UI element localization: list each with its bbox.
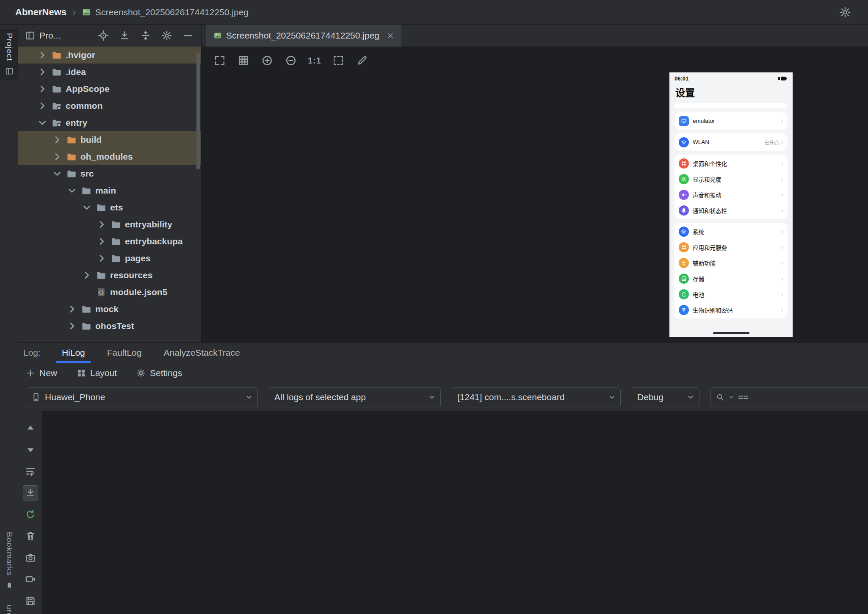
arrow-up-button[interactable] xyxy=(23,420,38,436)
close-tab-icon[interactable]: ✕ xyxy=(387,31,394,41)
tree-item-src[interactable]: src xyxy=(18,165,201,182)
tree-item-build[interactable]: build xyxy=(18,131,201,148)
settings-item-biometrics-password[interactable]: 生物识别和密码› xyxy=(674,302,788,318)
chevron-right-icon[interactable] xyxy=(37,100,48,111)
settings-gear-icon[interactable] xyxy=(839,6,851,18)
log-output[interactable] xyxy=(42,411,868,614)
locate-icon[interactable] xyxy=(98,30,109,41)
folder-icon xyxy=(96,202,107,213)
scroll-end-button[interactable] xyxy=(23,485,38,501)
zoom-out-icon[interactable] xyxy=(284,53,298,68)
tree-item-pages[interactable]: pages xyxy=(18,250,201,267)
settings-item-emulator[interactable]: emulator› xyxy=(674,113,788,129)
tree-item--idea[interactable]: .idea xyxy=(18,64,201,80)
process-selector[interactable]: [1241] com....s.sceneboard xyxy=(452,387,621,407)
settings-item-sound-vibration[interactable]: 声音和振动› xyxy=(674,187,788,202)
editor-tab[interactable]: Screenshot_20250626174412250.jpeg ✕ xyxy=(206,25,401,47)
new-button[interactable]: New xyxy=(26,368,57,378)
settings-item-wlan[interactable]: WLAN已开启› xyxy=(674,134,788,150)
chevron-right-icon[interactable] xyxy=(96,219,107,230)
chevron-right-icon[interactable] xyxy=(96,253,107,264)
chevron-right-icon[interactable] xyxy=(66,321,77,332)
collapse-all-icon[interactable] xyxy=(140,30,151,41)
tree-item-entry[interactable]: entry xyxy=(18,114,201,131)
settings-button[interactable]: Settings xyxy=(136,368,182,378)
chevron-right-icon[interactable] xyxy=(81,270,92,281)
tree-item--hvigor[interactable]: .hvigor xyxy=(18,47,201,64)
image-editor-canvas: 1:1 06:01 设置 emulator›WLAN已开启›桌面和个性化›显示和… xyxy=(202,47,868,342)
chevron-right-icon[interactable] xyxy=(37,50,48,61)
chevron-down-icon[interactable] xyxy=(81,202,92,213)
chevron-down-icon[interactable] xyxy=(37,117,48,128)
layout-grid-icon xyxy=(77,368,86,378)
tree-item-common[interactable]: common xyxy=(18,97,201,114)
tree-item-entryability[interactable]: entryability xyxy=(18,216,201,233)
settings-item-notifications-statusbar[interactable]: 通知和状态栏› xyxy=(674,202,788,218)
settings-item-label: 系统 xyxy=(693,227,704,236)
settings-item-system[interactable]: 系统› xyxy=(674,224,788,239)
trash-button[interactable] xyxy=(23,528,38,544)
gear-icon[interactable] xyxy=(161,30,172,41)
settings-item-display-brightness[interactable]: 显示和亮度› xyxy=(674,171,788,187)
fit-screen-icon[interactable] xyxy=(213,53,227,68)
log-tab-hilog[interactable]: HiLog xyxy=(53,343,94,363)
tree-item-appscope[interactable]: AppScope xyxy=(18,80,201,97)
tool-window-button-project[interactable]: Project xyxy=(0,29,18,80)
tree-item-module-json5[interactable]: {}module.json5 xyxy=(18,284,201,301)
device-selector[interactable]: Huawei_Phone xyxy=(26,387,258,407)
log-tab-analyzestacktrace[interactable]: AnalyzeStackTrace xyxy=(154,343,249,363)
settings-item-accessibility[interactable]: 辅助功能› xyxy=(674,255,788,271)
tree-item-ohostest[interactable]: ohosTest xyxy=(18,318,201,335)
tool-window-button-structure[interactable]: ure xyxy=(0,605,18,614)
chevron-down-icon[interactable] xyxy=(52,168,63,179)
tree-scrollbar[interactable] xyxy=(196,53,200,169)
settings-item-apps-services[interactable]: 应用和元服务› xyxy=(674,239,788,255)
project-panel-title[interactable]: Pro... xyxy=(39,30,61,41)
frame-icon[interactable] xyxy=(331,53,346,68)
log-search-field[interactable]: == xyxy=(710,387,868,407)
pencil-icon[interactable] xyxy=(355,53,369,68)
minus-icon[interactable] xyxy=(182,30,194,41)
tree-item-mock[interactable]: mock xyxy=(18,301,201,318)
search-value[interactable]: == xyxy=(738,392,749,402)
project-view-icon[interactable] xyxy=(25,30,35,41)
log-level-selector[interactable]: Debug xyxy=(632,387,699,407)
video-button[interactable] xyxy=(23,572,38,587)
pixel-grid-icon[interactable] xyxy=(236,53,251,68)
chevron-down-icon[interactable] xyxy=(729,395,734,400)
tree-item-main[interactable]: main xyxy=(18,182,201,199)
chevron-right-icon[interactable] xyxy=(66,304,77,315)
tree-item-entrybackupa[interactable]: entrybackupa xyxy=(18,233,201,250)
chevron-right-icon[interactable] xyxy=(52,151,63,162)
rerun-button[interactable] xyxy=(23,507,38,522)
tool-window-button-bookmarks[interactable]: Bookmarks xyxy=(0,532,18,589)
settings-item-personalization[interactable]: 桌面和个性化› xyxy=(674,155,788,171)
phone-search-bar-partial[interactable] xyxy=(674,103,788,108)
chevron-right-icon[interactable] xyxy=(37,83,48,94)
zoom-in-icon[interactable] xyxy=(260,53,274,68)
chevron-down-icon[interactable] xyxy=(66,185,77,196)
log-source-selector[interactable]: All logs of selected app xyxy=(269,387,441,407)
phone-time: 06:01 xyxy=(674,75,688,82)
chevron-right-icon[interactable] xyxy=(96,236,107,247)
settings-item-storage[interactable]: 存储› xyxy=(674,271,788,286)
log-tab-faultlog[interactable]: FaultLog xyxy=(98,343,151,363)
breadcrumb-file[interactable]: Screenshot_20250626174412250.jpeg xyxy=(95,7,249,17)
chevron-right-icon[interactable] xyxy=(52,134,63,145)
settings-item-battery[interactable]: 电池› xyxy=(674,286,788,302)
tree-item-resources[interactable]: resources xyxy=(18,267,201,284)
breadcrumb-project[interactable]: AbnerNews xyxy=(15,7,66,18)
image-file-icon xyxy=(82,8,91,17)
arrow-down-button[interactable] xyxy=(23,442,38,457)
camera-button[interactable] xyxy=(23,550,38,565)
tree-item-oh-modules[interactable]: oh_modules xyxy=(18,148,201,165)
layout-button[interactable]: Layout xyxy=(77,368,117,378)
tree-item-ets[interactable]: ets xyxy=(18,199,201,216)
scroll-down-icon[interactable] xyxy=(119,30,130,41)
chevron-right-icon[interactable] xyxy=(37,66,48,77)
save-button[interactable] xyxy=(23,593,38,608)
actual-size-button[interactable]: 1:1 xyxy=(307,53,322,68)
gear-icon xyxy=(136,368,146,378)
soft-wrap-button[interactable] xyxy=(23,464,38,479)
project-tree: .hvigor.ideaAppScopecommonentrybuildoh_m… xyxy=(18,47,201,342)
